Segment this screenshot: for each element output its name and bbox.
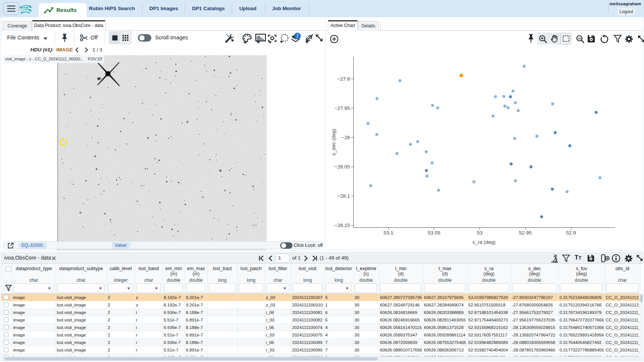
svg-text:s_ra (deg): s_ra (deg) <box>472 239 496 245</box>
svg-text:−28.15: −28.15 <box>334 222 350 228</box>
svg-text:−28.05: −28.05 <box>334 164 350 170</box>
svg-text:−28: −28 <box>341 135 350 140</box>
svg-text:1X: 1X <box>578 37 581 40</box>
svg-text:−28.1: −28.1 <box>337 193 350 199</box>
svg-text:−27.95: −27.95 <box>334 105 350 111</box>
svg-text:52.95: 52.95 <box>519 230 532 236</box>
svg-text:−27.9: −27.9 <box>337 76 350 82</box>
svg-text:53.05: 53.05 <box>428 230 440 236</box>
svg-text:52.9: 52.9 <box>566 230 576 236</box>
svg-text:53.1: 53.1 <box>383 230 393 236</box>
svg-text:53: 53 <box>477 230 483 236</box>
svg-text:s_dec (deg): s_dec (deg) <box>331 129 336 155</box>
